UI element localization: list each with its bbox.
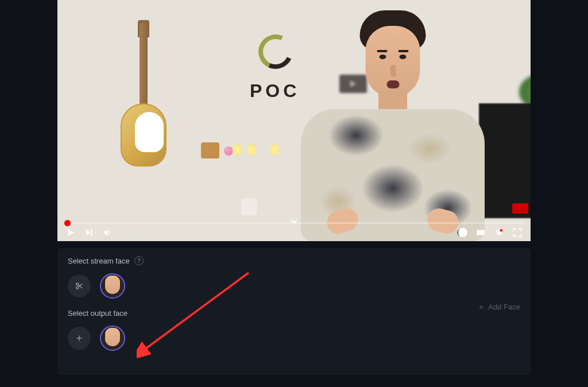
add-output-face-button[interactable] bbox=[68, 327, 91, 350]
volume-icon[interactable] bbox=[102, 227, 113, 238]
mug-prop bbox=[241, 198, 257, 215]
video-player[interactable]: POC bbox=[57, 0, 531, 241]
output-face-thumbnail[interactable] bbox=[100, 326, 125, 351]
add-face-button[interactable]: Add Face bbox=[478, 303, 520, 311]
svg-point-5 bbox=[76, 287, 79, 289]
person-in-video bbox=[289, 6, 496, 235]
next-icon[interactable] bbox=[84, 227, 94, 238]
video-time-display: 0:02 / 9:32 bbox=[121, 229, 153, 237]
svg-point-3 bbox=[500, 229, 503, 232]
scissors-icon bbox=[75, 281, 84, 291]
svg-rect-1 bbox=[477, 230, 485, 235]
play-icon[interactable] bbox=[65, 227, 76, 238]
stream-face-label: Select stream face ? bbox=[68, 256, 520, 265]
fullscreen-icon[interactable] bbox=[512, 227, 523, 238]
youtube-badge bbox=[512, 203, 528, 214]
guitar-prop bbox=[126, 23, 161, 172]
autoplay-toggle[interactable] bbox=[457, 227, 467, 238]
stream-face-thumbnail[interactable] bbox=[100, 273, 125, 299]
svg-rect-0 bbox=[91, 229, 92, 236]
main-container: POC bbox=[0, 0, 588, 375]
output-face-label: Select output face bbox=[68, 309, 520, 318]
video-frame: POC bbox=[57, 0, 531, 241]
settings-icon[interactable] bbox=[494, 227, 504, 238]
plus-icon bbox=[478, 304, 485, 311]
output-face-row bbox=[68, 326, 520, 351]
help-icon[interactable]: ? bbox=[134, 256, 144, 265]
captions-icon[interactable] bbox=[475, 227, 486, 238]
cut-face-button[interactable] bbox=[68, 274, 91, 297]
svg-point-4 bbox=[76, 283, 79, 285]
face-panel: Select stream face ? Select output face bbox=[57, 248, 531, 375]
stream-face-row bbox=[68, 273, 520, 299]
video-controls: 0:02 / 9:32 bbox=[57, 224, 531, 241]
plus-icon bbox=[75, 334, 84, 343]
